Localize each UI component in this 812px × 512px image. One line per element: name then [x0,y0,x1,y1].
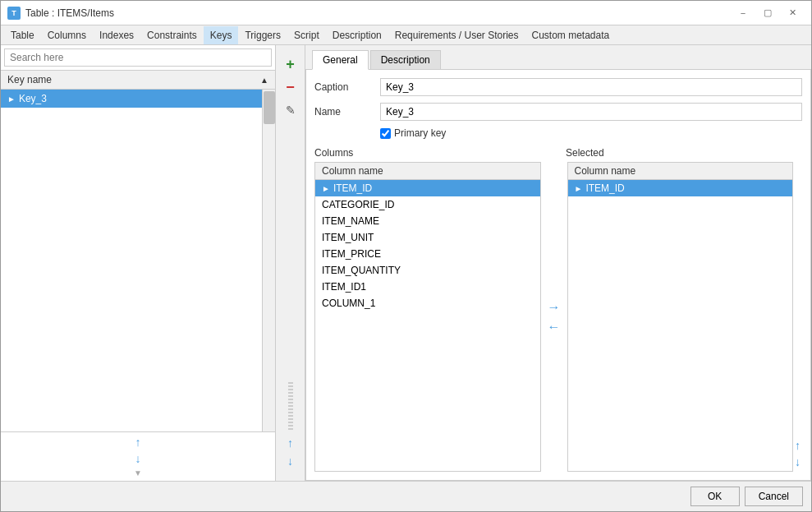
columns-section-label: Columns [314,147,533,159]
col-arrow-icon: ► [322,184,330,193]
columns-left-panel: Column name ► ITEM_ID CATEGORIE_ID [314,162,541,472]
col-row-0[interactable]: ► ITEM_ID [315,180,540,196]
panel-content: Caption Name Primary key Columns [305,70,811,481]
caption-input[interactable] [380,78,802,96]
primary-key-label: Primary key [394,127,446,139]
col-row-2[interactable]: ITEM_NAME [315,213,540,229]
menu-constraints[interactable]: Constraints [140,26,204,44]
app-icon: T [7,7,21,20]
columns-table-wrapper: Column name ► ITEM_ID CATEGORIE_ID [314,162,541,472]
col-row-4[interactable]: ITEM_PRICE [315,246,540,262]
left-scrollbar[interactable] [262,90,275,431]
menu-custom-metadata[interactable]: Custom metadata [525,26,617,44]
primary-key-row: Primary key [314,127,802,139]
cancel-button[interactable]: Cancel [745,487,803,506]
columns-table-header: Column name [315,163,540,180]
key-list-container: ► Key_3 [1,90,275,431]
selected-table-header: Column name [568,163,793,180]
menu-table[interactable]: Table [4,26,41,44]
menu-description[interactable]: Description [326,26,388,44]
name-input[interactable] [380,103,802,121]
menu-columns[interactable]: Columns [41,26,93,44]
menu-bar: Table Columns Indexes Constraints Keys T… [1,25,811,45]
transfer-left-button[interactable]: ← [548,320,561,334]
columns-table-body: ► ITEM_ID CATEGORIE_ID ITEM_NAME [315,180,540,471]
col-row-7[interactable]: COLUMN_1 [315,295,540,311]
move-down-button[interactable]: ↓ [135,452,141,465]
col-move-down-button[interactable]: ↓ [795,455,801,468]
col-row-5[interactable]: ITEM_QUANTITY [315,262,540,279]
left-move-up-button[interactable]: ↑ [287,436,293,450]
key-list-header: Key name ▲ [1,71,275,90]
close-button[interactable]: ✕ [780,1,805,25]
selected-right-panel: Column name ► ITEM_ID [567,162,794,472]
search-box [1,45,275,71]
main-content: Key name ▲ ► Key_3 ↑ ↓ ▼ [1,45,811,481]
transfer-right-button[interactable]: → [548,300,561,315]
edit-button[interactable]: ✎ [282,101,300,119]
transfer-buttons: → ← [541,162,567,472]
menu-requirements[interactable]: Requirements / User Stories [388,26,525,44]
name-row: Name [314,103,802,121]
col-move-up-button[interactable]: ↑ [795,439,801,452]
selected-col-arrow-icon: ► [575,184,583,193]
scroll-up-arrow[interactable]: ▲ [260,76,268,85]
left-panel: Key name ▲ ► Key_3 ↑ ↓ ▼ [1,45,276,481]
right-panel: General Description Caption Name [305,45,811,481]
tabs-bar: General Description [305,45,811,70]
selected-col-row-0[interactable]: ► ITEM_ID [568,180,793,196]
selected-table-body: ► ITEM_ID [568,180,793,471]
maximize-button[interactable]: ▢ [755,1,780,25]
menu-triggers[interactable]: Triggers [238,26,287,44]
caption-label: Caption [314,81,380,93]
menu-indexes[interactable]: Indexes [93,26,140,44]
scroll-thumb [264,91,275,124]
selected-table-wrapper: Column name ► ITEM_ID [567,162,794,472]
bottom-bar: OK Cancel [1,481,811,511]
tab-description[interactable]: Description [370,50,441,69]
tab-general[interactable]: General [312,50,369,70]
columns-section: Column name ► ITEM_ID CATEGORIE_ID [314,162,802,472]
search-input[interactable] [4,48,272,67]
key-arrow-icon: ► [7,95,16,104]
left-move-down-button[interactable]: ↓ [287,454,293,468]
col-row-3[interactable]: ITEM_UNIT [315,229,540,246]
caption-row: Caption [314,78,802,96]
move-up-button[interactable]: ↑ [135,436,141,449]
name-label: Name [314,106,380,118]
window-title: Table : ITEMS/Items [25,7,114,19]
title-bar-left: T Table : ITEMS/Items [7,7,114,20]
col-move-buttons: ↑ ↓ [793,162,802,472]
menu-keys[interactable]: Keys [204,26,239,44]
resize-handle[interactable] [288,382,293,431]
minimize-button[interactable]: − [731,1,755,25]
remove-button[interactable]: − [282,78,300,96]
key-list: ► Key_3 [1,90,262,431]
col-row-1[interactable]: CATEGORIE_ID [315,196,540,213]
primary-key-checkbox[interactable] [380,128,391,139]
main-window: T Table : ITEMS/Items − ▢ ✕ Table Column… [0,0,812,512]
columns-labels-row: Columns Selected [314,147,802,159]
ok-button[interactable]: OK [690,487,740,506]
action-buttons: + − ✎ ↑ ↓ [276,45,305,481]
selected-section-label: Selected [566,147,784,159]
title-bar: T Table : ITEMS/Items − ▢ ✕ [1,1,811,25]
menu-script[interactable]: Script [287,26,326,44]
window-controls: − ▢ ✕ [731,1,805,25]
scroll-down-arrow[interactable]: ▼ [134,468,142,477]
col-row-6[interactable]: ITEM_ID1 [315,279,540,295]
left-bottom-btns: ↑ ↓ ▼ [1,431,275,481]
add-button[interactable]: + [282,55,300,73]
key-item-0[interactable]: ► Key_3 [1,90,262,108]
